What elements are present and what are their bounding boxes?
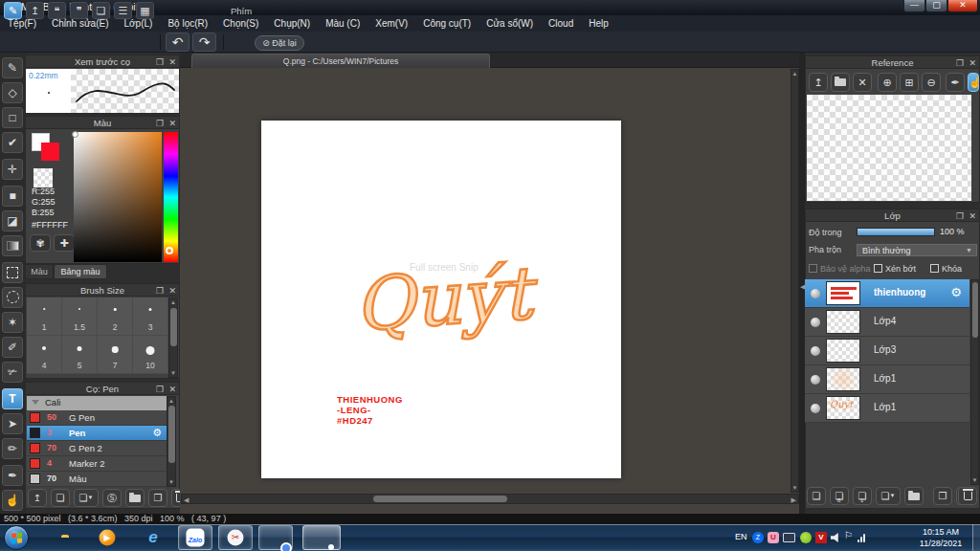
new-8bit-layer-button[interactable]: ❏8 <box>830 487 849 505</box>
canvas-vertical-scrollbar[interactable]: ▲ ▼ <box>791 69 799 493</box>
menu-select[interactable]: Chọn(S) <box>215 18 266 29</box>
layer-row[interactable]: Quýt Lớp1 <box>805 394 969 423</box>
size-cell[interactable]: 3 <box>133 298 168 336</box>
size-cell[interactable]: 7 <box>98 336 133 374</box>
close-icon[interactable]: ✕ <box>168 285 176 297</box>
layer-row[interactable]: Lớp1 <box>805 365 969 394</box>
popout-icon[interactable]: ❐ <box>956 210 964 222</box>
start-button[interactable] <box>4 525 29 550</box>
display-tray-icon[interactable] <box>783 533 795 542</box>
close-icon[interactable]: ✕ <box>969 57 976 69</box>
zalo-tray-icon[interactable]: Z <box>752 532 764 543</box>
select-eraser-tool[interactable]: ✃ <box>2 362 23 383</box>
palette-button[interactable]: ✾ <box>30 234 51 252</box>
layer-row[interactable]: Lớp4 <box>805 308 969 337</box>
duplicate-brush-button[interactable]: ❐ <box>148 489 167 507</box>
language-indicator[interactable]: EN <box>735 532 747 541</box>
popout-icon[interactable]: ❐ <box>956 57 964 69</box>
menu-file[interactable]: Tệp(F) <box>0 18 44 29</box>
menu-color[interactable]: Màu (C) <box>318 18 368 29</box>
list-button[interactable]: ☰ <box>114 2 132 19</box>
delete-layer-trash-button[interactable] <box>958 487 977 505</box>
minimize-button[interactable]: — <box>903 0 925 12</box>
brush-row[interactable]: 50 G Pen <box>27 410 167 426</box>
size-cell[interactable]: 10 <box>133 336 168 374</box>
grid-button[interactable]: ▦ <box>136 2 154 19</box>
menu-edit[interactable]: Chỉnh sửa(E) <box>44 18 117 29</box>
transparent-swatch[interactable] <box>33 168 53 187</box>
clock[interactable]: 10:15 AM 11/28/2021 <box>911 526 970 549</box>
eraser-tool[interactable]: ◇ <box>2 82 23 103</box>
layer-folder-button[interactable] <box>904 487 924 505</box>
taskbar-chrome[interactable] <box>258 525 293 550</box>
size-cell[interactable]: 5 <box>62 336 98 374</box>
ref-hand-button[interactable]: ☝ <box>968 73 979 92</box>
eraser-pen-tool[interactable]: ✏ <box>2 438 23 459</box>
menu-view[interactable]: Xem(V) <box>368 18 415 29</box>
menu-layer[interactable]: Lớp(L) <box>117 18 161 29</box>
opacity-slider[interactable] <box>857 228 935 236</box>
layer-row-selected[interactable]: thienhuong ⚙ <box>805 279 969 308</box>
add-brush-button[interactable]: ❏▼ <box>74 489 99 507</box>
paint-mode-button[interactable]: ✎ <box>4 2 22 19</box>
hue-marker[interactable] <box>166 247 173 254</box>
tab-color[interactable]: Màu <box>25 264 54 279</box>
brush-row[interactable]: 4 Marker 2 <box>27 456 167 472</box>
hue-bar[interactable] <box>164 132 178 262</box>
saturation-marker[interactable] <box>72 131 78 138</box>
popout-icon[interactable]: ❐ <box>156 384 164 395</box>
layer-visibility-icon[interactable] <box>811 289 820 298</box>
brush-folder-button[interactable] <box>125 489 145 507</box>
lock-checkbox[interactable]: Khóa <box>930 264 962 274</box>
layer-row[interactable]: Lớp3 <box>805 337 969 365</box>
menu-tools[interactable]: Công cụ(T) <box>415 18 479 29</box>
chat-button[interactable]: ❞ <box>70 2 88 19</box>
taskbar-explorer[interactable] <box>44 525 78 550</box>
menu-capture[interactable]: Chụp(N) <box>266 18 318 29</box>
magic-wand-tool[interactable]: ✶ <box>2 312 23 333</box>
size-cell[interactable]: 1.5 <box>62 298 98 336</box>
scroll-down-icon[interactable]: ▼ <box>791 485 798 491</box>
action-center-flag-icon[interactable]: ⚐ <box>844 531 853 540</box>
shape-tool[interactable]: □ <box>2 107 23 128</box>
tab-palette[interactable]: Bảng màu <box>54 264 107 279</box>
taskbar-zalo[interactable]: Zalo <box>178 525 212 550</box>
fill-tool[interactable]: ■ <box>2 186 23 207</box>
popout-icon[interactable]: ❐ <box>156 56 164 68</box>
nvidia-tray-icon[interactable] <box>800 532 812 543</box>
size-cell[interactable]: 2 <box>98 298 133 336</box>
brush-row[interactable]: 70 G Pen 2 <box>27 441 167 456</box>
document-button[interactable]: ❏ <box>92 2 110 19</box>
saturation-square[interactable] <box>74 132 162 262</box>
layer-visibility-icon[interactable] <box>811 375 820 385</box>
duplicate-layer-button[interactable]: ❐ <box>933 487 952 505</box>
menu-window[interactable]: Cửa sổ(W) <box>479 18 541 29</box>
layer-visibility-icon[interactable] <box>811 318 820 327</box>
curve-tool[interactable]: ✔ <box>2 132 23 153</box>
size-cell[interactable]: 4 <box>27 336 62 374</box>
scroll-right-icon[interactable]: ▶ <box>791 496 796 504</box>
redo-button[interactable]: ↷ <box>192 33 216 52</box>
layer-settings-icon[interactable]: ⚙ <box>950 285 962 299</box>
show-desktop-button[interactable] <box>972 524 980 551</box>
ref-folder-button[interactable] <box>831 73 850 92</box>
close-button[interactable]: ✕ <box>947 0 978 12</box>
text-tool[interactable]: T <box>2 388 23 409</box>
script-brush-button[interactable]: Ⓢ <box>102 489 122 507</box>
background-swatch[interactable] <box>41 143 59 161</box>
antivirus-tray-icon[interactable]: V <box>815 532 827 543</box>
new-brush-button[interactable]: ❏ <box>51 489 70 507</box>
lasso-tool[interactable] <box>2 287 23 308</box>
palette-add-button[interactable]: ✚ <box>54 234 75 252</box>
menu-help[interactable]: Help <box>581 18 616 29</box>
scroll-up-icon[interactable]: ▲ <box>169 299 177 305</box>
clipping-checkbox[interactable]: Xén bớt <box>874 264 916 274</box>
move-tool[interactable]: ✛ <box>2 159 23 180</box>
share-button[interactable]: ↥ <box>26 2 44 19</box>
unikey-tray-icon[interactable]: U <box>768 532 779 543</box>
taskbar-media-player[interactable]: ▶ <box>90 525 124 550</box>
pen-tool[interactable]: ✎ <box>2 57 23 78</box>
ref-upload-button[interactable]: ↥ <box>809 73 828 92</box>
operation-tool[interactable]: ➤ <box>2 413 23 434</box>
taskbar-internet-explorer[interactable]: e <box>136 525 170 550</box>
